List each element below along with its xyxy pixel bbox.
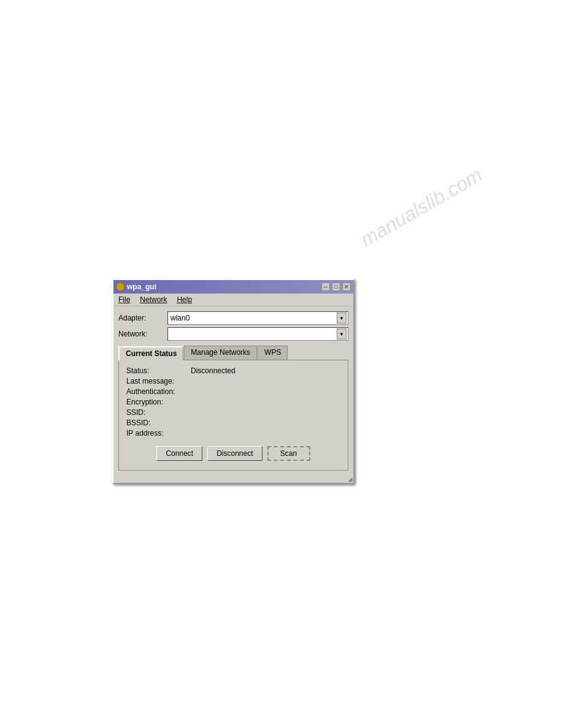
minimize-button[interactable]: ─: [321, 282, 330, 291]
status-row-bssid: BSSID:: [126, 419, 340, 427]
scan-button[interactable]: Scan: [267, 446, 310, 461]
menu-help[interactable]: Help: [174, 295, 194, 305]
tab-wps[interactable]: WPS: [258, 346, 288, 360]
adapter-dropdown-arrow[interactable]: ▼: [337, 313, 347, 324]
title-bar: wpa_gui ─ □ ✕: [113, 280, 353, 294]
status-label-auth: Authentication:: [126, 387, 191, 396]
status-label-encryption: Encryption:: [126, 398, 191, 406]
status-label-lastmsg: Last message:: [126, 377, 191, 385]
network-control: ▼: [167, 327, 348, 341]
restore-button[interactable]: □: [332, 282, 340, 291]
status-row-ssid: SSID:: [126, 408, 340, 417]
window-controls: ─ □ ✕: [321, 282, 351, 291]
network-dropdown-arrow[interactable]: ▼: [337, 328, 347, 339]
menu-file[interactable]: File: [116, 295, 132, 305]
window-footer: ◢: [113, 476, 353, 483]
tab-content-current-status: Status: Disconnected Last message: Authe…: [118, 360, 348, 471]
status-row-auth: Authentication:: [126, 387, 340, 396]
tab-bar: Current Status Manage Networks WPS: [118, 346, 348, 360]
adapter-value: wlan0: [169, 314, 337, 322]
network-label: Network:: [118, 330, 167, 338]
status-row-status: Status: Disconnected: [126, 366, 340, 375]
status-label-ipaddress: IP address:: [126, 429, 191, 438]
status-label-ssid: SSID:: [126, 408, 191, 417]
menu-bar: File Network Help: [113, 294, 353, 306]
window-icon: [116, 282, 124, 291]
adapter-row: Adapter: wlan0 ▼: [118, 311, 348, 325]
network-combobox[interactable]: ▼: [167, 327, 348, 341]
connect-button[interactable]: Connect: [156, 446, 202, 461]
title-bar-left: wpa_gui: [116, 282, 156, 291]
close-button[interactable]: ✕: [342, 282, 351, 291]
tab-manage-networks[interactable]: Manage Networks: [184, 346, 257, 360]
network-row: Network: ▼: [118, 327, 348, 341]
tab-current-status[interactable]: Current Status: [118, 346, 183, 360]
adapter-control: wlan0 ▼: [167, 311, 348, 325]
application-window: wpa_gui ─ □ ✕ File Network Help Adapter:…: [112, 279, 354, 484]
button-row: Connect Disconnect Scan: [126, 446, 340, 461]
status-label-status: Status:: [126, 366, 191, 375]
resize-grip-icon: ◢: [348, 476, 353, 482]
resize-handle[interactable]: ◢: [346, 476, 353, 483]
disconnect-button[interactable]: Disconnect: [207, 446, 262, 461]
status-value-status: Disconnected: [191, 366, 236, 375]
status-row-encryption: Encryption:: [126, 398, 340, 406]
status-label-bssid: BSSID:: [126, 419, 191, 427]
status-row-ipaddress: IP address:: [126, 429, 340, 438]
window-content: Adapter: wlan0 ▼ Network: ▼ Current Stat…: [113, 306, 353, 476]
status-row-lastmsg: Last message:: [126, 377, 340, 385]
menu-network[interactable]: Network: [137, 295, 169, 305]
adapter-label: Adapter:: [118, 314, 167, 322]
watermark-text: manualslib.com: [356, 164, 486, 251]
window-title: wpa_gui: [127, 282, 156, 291]
adapter-combobox[interactable]: wlan0 ▼: [167, 311, 348, 325]
